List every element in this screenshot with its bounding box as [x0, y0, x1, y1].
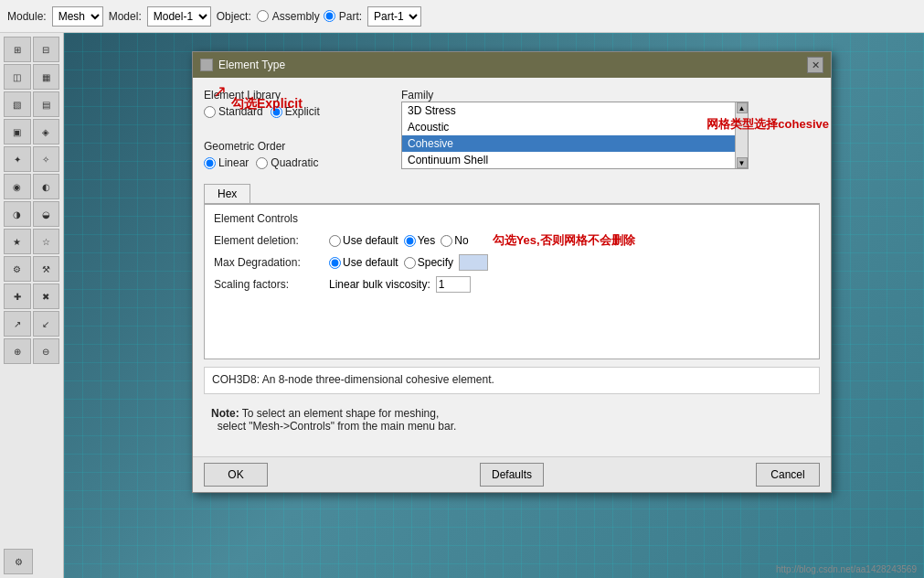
sidebar-icon-21[interactable]: ↗	[4, 311, 31, 337]
linear-label: Linear	[218, 156, 249, 169]
deletion-no-text: No	[454, 234, 468, 247]
deletion-no-radio[interactable]	[441, 235, 452, 247]
scaling-label: Scaling factors:	[214, 278, 324, 291]
sidebar-icon-19[interactable]: ✚	[4, 284, 31, 309]
quadratic-radio-label[interactable]: Quadratic	[256, 156, 318, 169]
family-item-continuum-shell[interactable]: Continuum Shell	[402, 152, 748, 168]
scrollbar-down[interactable]: ▼	[737, 157, 748, 168]
sidebar-icon-3[interactable]: ◫	[4, 64, 31, 90]
model-label: Model:	[109, 10, 142, 23]
deletion-yes-label[interactable]: Yes	[404, 234, 436, 247]
module-select[interactable]: Mesh	[52, 6, 103, 27]
tab-bar: Hex	[204, 184, 820, 204]
model-select[interactable]: Model-1	[147, 6, 211, 27]
family-section: Family 3D Stress Acoustic Cohesive Conti…	[401, 89, 820, 169]
sidebar-icon-2[interactable]: ⊟	[33, 37, 60, 62]
dialog-content: Element Library Standard Explicit	[204, 89, 820, 438]
standard-radio[interactable]	[204, 106, 216, 118]
sidebar-icon-7[interactable]: ▣	[4, 119, 31, 144]
dialog-buttons: OK Defaults Cancel	[193, 456, 831, 492]
deletion-label: Element deletion:	[214, 234, 324, 247]
tab-container: Hex	[204, 184, 820, 204]
sidebar-icon-20[interactable]: ✖	[33, 284, 60, 309]
sidebar-icon-9[interactable]: ✦	[4, 146, 31, 172]
object-radio-group: Assembly Part:	[257, 10, 362, 23]
geometric-order-label: Geometric Order	[204, 140, 387, 153]
degradation-specify-radio[interactable]	[404, 257, 416, 269]
quadratic-radio[interactable]	[256, 157, 268, 169]
scrollbar-up[interactable]: ▲	[737, 102, 748, 113]
top-toolbar: Module: Mesh Model: Model-1 Object: Asse…	[0, 0, 924, 33]
sidebar-icon-13[interactable]: ◑	[4, 201, 31, 227]
deletion-usedefault-label[interactable]: Use default	[329, 234, 398, 247]
degradation-usedefault-radio[interactable]	[329, 257, 341, 269]
sidebar-icon-12[interactable]: ◐	[33, 174, 60, 199]
tab-hex[interactable]: Hex	[204, 184, 250, 203]
sidebar-icon-1[interactable]: ⊞	[4, 37, 31, 62]
object-label: Object:	[217, 10, 251, 23]
sidebar-icon-settings[interactable]: ⚙	[4, 549, 33, 574]
degradation-usedefault-label[interactable]: Use default	[329, 256, 398, 269]
annotation-cohesive: 网格类型选择cohesive	[706, 116, 829, 133]
close-button[interactable]: ✕	[807, 57, 823, 73]
sidebar-icon-8[interactable]: ◈	[33, 119, 60, 144]
sidebar-icon-24[interactable]: ⊖	[33, 338, 60, 364]
annotation-explicit: 勾选Explicit	[231, 96, 303, 112]
sidebar-icon-22[interactable]: ↙	[33, 311, 60, 337]
degradation-specify-label[interactable]: Specify	[404, 256, 453, 269]
sidebar-icon-18[interactable]: ⚒	[33, 256, 60, 282]
sidebar-icon-6[interactable]: ▤	[33, 91, 60, 117]
assembly-radio[interactable]	[257, 10, 269, 22]
linear-radio-label[interactable]: Linear	[204, 156, 249, 169]
scaling-factors-row: Scaling factors: Linear bulk viscosity: …	[214, 276, 810, 293]
dialog-icon	[200, 59, 213, 71]
viscosity-input[interactable]: 1	[436, 276, 471, 293]
family-item-3dstress[interactable]: 3D Stress	[402, 102, 748, 119]
family-list: 3D Stress Acoustic Cohesive Continuum Sh…	[402, 102, 748, 168]
sidebar-icon-5[interactable]: ▧	[4, 91, 31, 117]
sidebar-icon-17[interactable]: ⚙	[4, 256, 31, 282]
family-item-cohesive[interactable]: Cohesive	[402, 135, 748, 152]
cancel-button[interactable]: Cancel	[756, 463, 820, 487]
viscosity-label: Linear bulk viscosity:	[329, 278, 430, 291]
note-label: Note:	[211, 407, 239, 420]
sidebar-icon-15[interactable]: ★	[4, 229, 31, 254]
deletion-yes-radio[interactable]	[404, 235, 416, 247]
geometric-order-radios: Linear Quadratic	[204, 156, 387, 169]
sidebar-icon-16[interactable]: ☆	[33, 229, 60, 254]
degradation-usedefault-text: Use default	[343, 256, 398, 269]
dialog-titlebar: Element Type ✕	[193, 52, 831, 78]
left-sidebar: ⊞ ⊟ ◫ ▦ ▧ ▤ ▣ ◈ ✦ ✧ ◉ ◐ ◑ ◒ ★ ☆ ⚙ ⚒ ✚ ✖ …	[0, 33, 64, 578]
deletion-no-label[interactable]: No	[441, 234, 468, 247]
note-text: To select an element shape for meshing, …	[211, 407, 456, 433]
sidebar-icon-11[interactable]: ◉	[4, 174, 31, 199]
part-label[interactable]: Part:	[339, 10, 362, 23]
sidebar-icon-23[interactable]: ⊕	[4, 338, 31, 364]
degradation-label: Max Degradation:	[214, 256, 324, 269]
module-label: Module:	[7, 10, 47, 23]
sidebar-icon-4[interactable]: ▦	[33, 64, 60, 90]
linear-radio[interactable]	[204, 157, 216, 169]
part-select[interactable]: Part-1	[367, 6, 421, 27]
watermark: http://blog.csdn.net/aa1428243569	[776, 564, 917, 574]
family-label: Family	[401, 89, 433, 102]
element-controls-panel: Element Controls Element deletion: Use d…	[204, 204, 820, 359]
arrow-icon-explicit: ↗	[213, 81, 227, 102]
deletion-usedefault-radio[interactable]	[329, 235, 341, 247]
quadratic-label: Quadratic	[271, 156, 318, 169]
degradation-specify-text: Specify	[418, 256, 453, 269]
geometric-order-group: Geometric Order Linear Quadratic	[204, 140, 387, 169]
assembly-label[interactable]: Assembly	[272, 10, 320, 23]
part-radio[interactable]	[324, 10, 335, 22]
max-degradation-row: Max Degradation: Use default Specify	[214, 254, 810, 271]
sidebar-icon-10[interactable]: ✧	[33, 146, 60, 172]
main-area: Element Type ✕ Element Library	[64, 33, 924, 578]
sidebar-icon-14[interactable]: ◒	[33, 201, 60, 227]
family-list-container: 3D Stress Acoustic Cohesive Continuum Sh…	[401, 102, 749, 169]
annotation-yes: 勾选Yes,否则网格不会删除	[493, 232, 635, 249]
controls-title: Element Controls	[214, 212, 810, 225]
defaults-button[interactable]: Defaults	[480, 463, 544, 487]
dialog-title: Element Type	[218, 59, 285, 71]
family-item-acoustic[interactable]: Acoustic	[402, 119, 748, 135]
ok-button[interactable]: OK	[204, 463, 268, 487]
